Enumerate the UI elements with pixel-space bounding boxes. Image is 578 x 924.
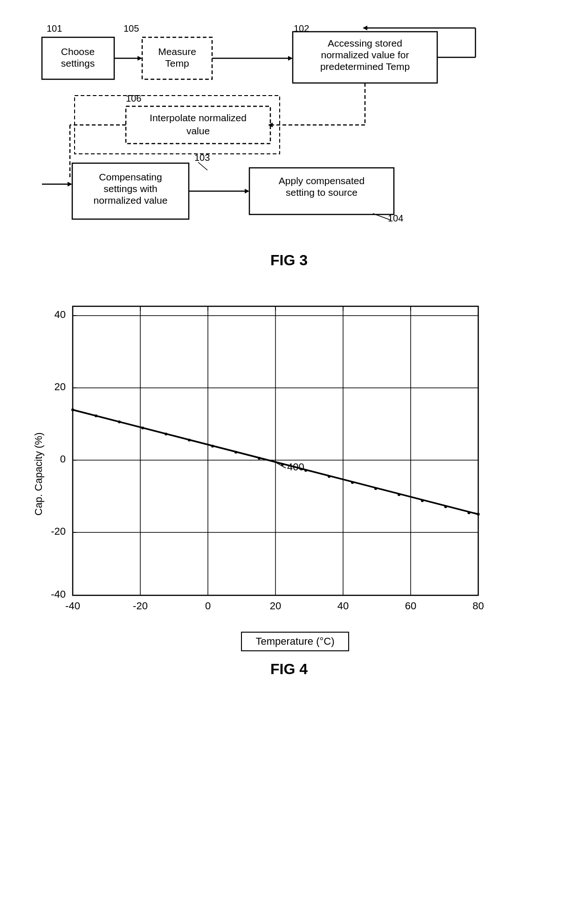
y-tick-40: 40	[55, 309, 66, 320]
fig3-label: FIG 3	[33, 252, 545, 269]
node-102-text: Accessing stored	[328, 38, 402, 48]
svg-point-44	[141, 427, 144, 429]
node-106-text: Interpolate normalized	[150, 112, 247, 123]
svg-point-41	[71, 408, 74, 411]
fig3-diagram: 101 105 102 Choose settings Measure Temp…	[33, 19, 545, 242]
svg-point-42	[95, 414, 97, 417]
svg-text:setting to source: setting to source	[286, 187, 358, 198]
svg-point-58	[468, 511, 470, 514]
x-tick-20: 20	[270, 600, 281, 612]
svg-point-45	[165, 433, 167, 435]
y-tick-neg40: -40	[51, 588, 66, 600]
svg-marker-2	[138, 56, 142, 61]
x-axis-label: Temperature (°C)	[241, 632, 350, 651]
svg-point-49	[258, 457, 261, 460]
svg-point-48	[234, 451, 237, 454]
x-tick-80: 80	[473, 600, 484, 612]
y-axis-label: Cap. Capacity (%)	[33, 297, 45, 651]
svg-point-59	[477, 513, 480, 516]
svg-text:value: value	[186, 125, 210, 136]
svg-point-57	[444, 505, 447, 508]
svg-point-56	[421, 499, 424, 502]
x-label-container: Temperature (°C)	[45, 628, 545, 651]
x-tick-40: 40	[337, 600, 349, 612]
comp-settings-text: Compensating	[99, 172, 162, 182]
chart-svg: 40 20 0 -20 -40 -40 -20 0 20 40 60 80 40…	[45, 297, 488, 623]
apply-settings-text1: Apply compensated	[279, 175, 365, 186]
x-tick-neg20: -20	[133, 600, 148, 612]
svg-point-47	[211, 445, 214, 448]
node-101-label: 101	[47, 23, 62, 34]
svg-point-55	[398, 493, 400, 496]
node-106-box	[126, 106, 270, 144]
svg-marker-11	[363, 26, 367, 30]
svg-text:normalized value: normalized value	[94, 195, 168, 206]
svg-text:settings: settings	[61, 58, 95, 69]
svg-marker-25	[245, 189, 249, 193]
fig4-label: FIG 4	[33, 661, 545, 678]
svg-point-50	[281, 463, 284, 466]
svg-text:normalized value for: normalized value for	[321, 49, 409, 60]
svg-text:settings with: settings with	[103, 183, 158, 194]
node-106-label: 106	[126, 93, 141, 103]
node-105-label: 105	[124, 23, 139, 34]
svg-marker-5	[288, 56, 293, 61]
fig3-container: 101 105 102 Choose settings Measure Temp…	[33, 19, 545, 283]
chart-area: 40 20 0 -20 -40 -40 -20 0 20 40 60 80 40…	[45, 297, 545, 651]
svg-text:Temp: Temp	[165, 58, 189, 69]
svg-text:predetermined Temp: predetermined Temp	[320, 61, 410, 72]
x-tick-neg40: -40	[65, 600, 80, 612]
svg-point-46	[188, 439, 191, 441]
x-tick-60: 60	[405, 600, 416, 612]
svg-point-43	[118, 421, 121, 423]
fig4-container: Cap. Capacity (%)	[33, 297, 545, 692]
node-105-text: Measure	[158, 46, 196, 57]
node-103-label: 103	[194, 152, 210, 163]
svg-point-51	[304, 469, 307, 472]
chart-wrapper: Cap. Capacity (%)	[33, 297, 545, 651]
x-tick-0: 0	[205, 600, 211, 612]
curve-label: 400	[287, 461, 304, 473]
svg-marker-20	[68, 182, 72, 186]
svg-line-23	[198, 162, 207, 170]
y-tick-20: 20	[55, 381, 66, 393]
node-104-label: 104	[388, 213, 403, 223]
svg-point-53	[351, 481, 354, 484]
node-101-text: Choose	[61, 46, 95, 57]
y-tick-0: 0	[60, 453, 66, 465]
svg-point-54	[374, 487, 377, 490]
y-tick-neg20: -20	[51, 525, 66, 537]
svg-point-52	[328, 475, 330, 478]
